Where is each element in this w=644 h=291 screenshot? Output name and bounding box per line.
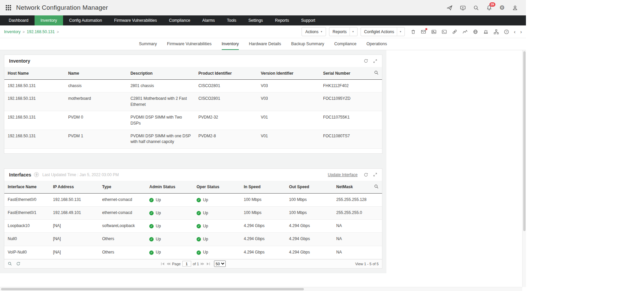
page-size-select[interactable]: 50 [214, 261, 226, 267]
nav-tab-compliance[interactable]: Compliance [163, 15, 196, 25]
vertical-scrollbar-thumb[interactable] [523, 51, 526, 231]
alert-icon[interactable] [483, 29, 489, 34]
configlet-actions-dropdown-button[interactable]: Configlet Actions▾ [361, 27, 405, 36]
pager-last-icon[interactable] [206, 262, 210, 266]
table-row[interactable]: 192.168.50.131 chassis 2801 chassis CISC… [4, 80, 382, 92]
horizontal-scrollbar[interactable] [0, 287, 522, 291]
pager-next-icon[interactable] [201, 262, 205, 266]
status-up-icon: ✓ [197, 250, 201, 255]
subtab-inventory[interactable]: Inventory [222, 38, 239, 50]
subtab-compliance[interactable]: Compliance [334, 38, 357, 50]
notifications-bell-icon[interactable]: 29 [486, 5, 492, 11]
globe-icon[interactable] [473, 29, 478, 34]
help-icon[interactable]: ? [504, 29, 509, 34]
col-serial-number[interactable]: Serial Number [320, 67, 369, 80]
app-title: Network Configuration Manager [16, 4, 108, 11]
breadcrumb: Inventory > 192.168.50.131 > [4, 29, 59, 34]
expand-icon[interactable] [373, 172, 377, 177]
table-row[interactable]: 192.168.50.131 PVDM 0 PVDMII DSP SIMM wi… [4, 111, 382, 130]
col-out-speed[interactable]: Out Speed [286, 181, 333, 194]
status-up-icon: ✓ [149, 198, 154, 202]
chevron-down-icon: ▾ [321, 30, 322, 33]
pager-page-label: Page [172, 262, 181, 266]
interfaces-help-icon[interactable]: ? [34, 172, 39, 177]
col-netmask[interactable]: NetMask [333, 181, 369, 194]
subtab-firmware-vulnerabilities[interactable]: Firmware Vulnerabilities [167, 38, 212, 50]
col-version-identifier[interactable]: Version Identifier [257, 67, 320, 80]
nav-tab-dashboard[interactable]: Dashboard [3, 15, 35, 25]
user-avatar-icon[interactable] [512, 5, 518, 11]
trash-icon[interactable] [411, 29, 416, 34]
topology-icon[interactable] [493, 29, 499, 34]
table-refresh-icon[interactable] [16, 262, 20, 266]
nav-tab-reports[interactable]: Reports [269, 15, 295, 25]
terminal-icon[interactable] [441, 29, 447, 34]
table-row[interactable]: Loopback10 [NA] softwareLoopback ✓Up ✓Up… [4, 220, 382, 233]
video-tour-icon[interactable] [460, 5, 466, 11]
col-admin-status[interactable]: Admin Status [146, 181, 193, 194]
table-row[interactable]: 192.168.50.131 PVDM 1 PVDMII DSP SIMM wi… [4, 130, 382, 148]
expand-icon[interactable] [373, 59, 377, 63]
table-row[interactable]: VoIP-Null0 [NA] Others ✓Up ✓Up 4.294 Gbp… [4, 246, 382, 259]
table-row[interactable]: FastEthernet0/1 192.168.49.101 ethernet-… [4, 206, 382, 219]
nav-tab-settings[interactable]: Settings [242, 15, 269, 25]
breadcrumb-inventory-link[interactable]: Inventory [4, 29, 20, 34]
horizontal-scrollbar-thumb[interactable] [1, 288, 304, 290]
refresh-icon[interactable] [364, 172, 368, 177]
col-name[interactable]: Name [65, 67, 127, 80]
subtab-operations[interactable]: Operations [367, 38, 387, 50]
table-row[interactable]: Null0 [NA] Others ✓Up ✓Up 4.294 Gbps 4.2… [4, 233, 382, 246]
nav-tab-firmware-vulnerabilities[interactable]: Firmware Vulnerabilities [108, 15, 163, 25]
col-type[interactable]: Type [99, 181, 146, 194]
pager-prev-icon[interactable] [166, 262, 170, 266]
nav-tab-alarms[interactable]: Alarms [196, 15, 221, 25]
refresh-icon[interactable] [364, 59, 368, 63]
col-description[interactable]: Description [127, 67, 195, 80]
chevron-left-icon[interactable]: ‹ [514, 29, 516, 34]
update-interface-link[interactable]: Update Interface [328, 172, 358, 177]
subtab-summary[interactable]: Summary [139, 38, 157, 50]
nav-tab-inventory[interactable]: Inventory [35, 15, 63, 25]
pager-of-label: of 1 [193, 262, 199, 266]
interfaces-table-search-icon[interactable] [369, 181, 382, 194]
breadcrumb-device-link[interactable]: 192.168.50.131 [27, 29, 55, 34]
col-oper-status[interactable]: Oper Status [193, 181, 240, 194]
subtab-hardware-details[interactable]: Hardware Details [249, 38, 281, 50]
notification-badge: 29 [489, 2, 495, 7]
reports-dropdown-button[interactable]: Reports▾ [329, 27, 358, 36]
subtab-backup-summary[interactable]: Backup Summary [291, 38, 324, 50]
breadcrumb-separator: > [57, 30, 59, 34]
link-icon[interactable] [452, 29, 458, 34]
nav-tab-config-automation[interactable]: Config Automation [63, 15, 108, 25]
inventory-table-search-icon[interactable] [369, 67, 382, 80]
col-interface-name[interactable]: Interface Name [4, 181, 50, 194]
search-icon[interactable] [473, 5, 479, 11]
nav-tab-support[interactable]: Support [295, 15, 321, 25]
inventory-table: Host Name Name Description Product Ident… [4, 67, 382, 149]
status-up-icon: ✓ [197, 211, 201, 215]
media-icon[interactable] [431, 29, 437, 34]
col-host-name[interactable]: Host Name [4, 67, 65, 80]
col-product-identifier[interactable]: Product Identifier [195, 67, 258, 80]
settings-gear-icon[interactable]: ⚙ [499, 5, 505, 11]
vertical-scrollbar[interactable] [522, 50, 526, 287]
col-in-speed[interactable]: In Speed [240, 181, 286, 194]
paper-plane-icon[interactable] [447, 5, 452, 11]
oper-status-badge: ✓Up [197, 236, 208, 242]
table-row[interactable]: 192.168.50.131 motherboard C2801 Motherb… [4, 92, 382, 111]
status-up-icon: ✓ [197, 198, 201, 202]
mail-icon[interactable] [421, 29, 426, 34]
interfaces-card-header: Interfaces ? Last Updated Time : Jan 5, … [4, 169, 382, 181]
actions-dropdown-button[interactable]: Actions▾ [302, 27, 326, 36]
chart-icon[interactable] [462, 29, 468, 34]
admin-status-badge: ✓Up [149, 249, 161, 255]
device-toolbar: Actions▾ Reports▾ Configlet Actions▾ [302, 27, 522, 36]
page-number-input[interactable] [182, 261, 191, 267]
pager-first-icon[interactable] [161, 262, 165, 266]
table-row[interactable]: FastEthernet0/0 192.168.50.131 ethernet-… [4, 193, 382, 206]
apps-grid-icon[interactable] [5, 5, 11, 11]
col-ip-address[interactable]: IP Address [50, 181, 99, 194]
nav-tab-tools[interactable]: Tools [221, 15, 242, 25]
table-search-icon[interactable] [8, 262, 12, 266]
chevron-right-icon[interactable]: › [520, 29, 522, 34]
